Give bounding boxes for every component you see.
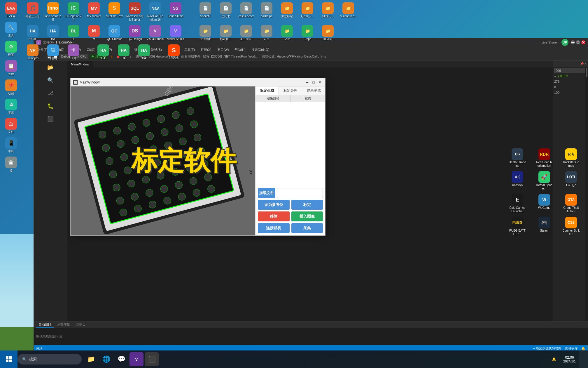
desktop-icon-epic[interactable]: E Epic Games Launcher: [508, 193, 527, 214]
tab-calibration-generate[interactable]: 标定生成: [256, 86, 279, 95]
panel-buttons: 加载文件 设为参考位 标定 移除: [256, 186, 325, 235]
desktop-icon-qism[interactable]: 📁 Qism_V...: [298, 1, 317, 23]
desktop-icon-death-stranding[interactable]: DS Death Stranding: [508, 147, 527, 169]
desktop-icon-sidebar3[interactable]: ⚙ 设置: [1, 40, 21, 58]
desktop-icon-sidebar5[interactable]: 📌 收藏: [1, 78, 21, 96]
desktop-icon-pubg[interactable]: PUBG PUBG BATTLERI...: [508, 216, 527, 237]
taskbar-notification-icon[interactable]: 🔔: [552, 357, 556, 361]
desktop-icon-steam[interactable]: 🎮 Steam: [534, 216, 554, 237]
panel-table-body: [256, 102, 325, 186]
desktop-icon-ds[interactable]: DS QC Design: [125, 24, 145, 42]
desktop-icon-ha-xl[interactable]: HA HA XL: [23, 24, 43, 42]
desktop-icon-pill[interactable]: 📁 pill准记...: [318, 1, 338, 23]
desktop: EVA EVA界 🔧 工具 ⚙ 设置 📋 管理 📌 收藏 🖥 显示: [0, 0, 588, 368]
taskbar-vs[interactable]: V: [130, 352, 144, 366]
desktop-icon-ha-green2[interactable]: HA HA: [114, 43, 134, 61]
taskbar-edge[interactable]: 🌐: [99, 352, 113, 366]
desktop-icon-wegame[interactable]: W WeGame: [534, 193, 554, 214]
desktop-icon-yuyan[interactable]: 语 语言分: [43, 43, 63, 61]
desktop-icon-aktrie[interactable]: AK AKtrie器: [508, 170, 527, 192]
desktop-icon-calibs-descr[interactable]: 📄 calibs.descr: [236, 1, 256, 23]
status-ready: 就绪: [36, 346, 43, 351]
taskbar-wechat[interactable]: 💬: [114, 352, 128, 366]
remove-btn[interactable]: 移除: [258, 211, 290, 221]
desktop-icon-calib[interactable]: 📁 Calib: [277, 24, 297, 42]
desktop-icon-sublime2[interactable]: S crainea: [164, 43, 184, 61]
desktop-icon-eva[interactable]: EVA EVA界: [1, 1, 21, 19]
desktop-icon-inno[interactable]: Inno Inno Setup 2.5: [43, 1, 63, 23]
desktop-icon-kerbal[interactable]: 🚀 Kerbal Space...: [534, 170, 554, 192]
desktop-icon-qc[interactable]: QC QC Creator: [104, 24, 124, 42]
show-desktop-btn[interactable]: [579, 350, 588, 368]
set-reference-btn[interactable]: 设为参考位: [258, 200, 290, 210]
app-icon: 🔲: [73, 80, 78, 85]
desktop-icon-biaodijinggong[interactable]: 📁 标定精工: [216, 24, 236, 42]
desktop-icon-visionpro[interactable]: 📁 visionpro.e..: [338, 1, 358, 23]
desktop-icon-cs2[interactable]: CS2 Counter-Strike 2: [561, 216, 581, 237]
desktop-icon-sidebar2[interactable]: 🔧 工具: [1, 20, 21, 39]
desktop-icon-navicat[interactable]: Nav NaviCat Premium 16: [145, 1, 165, 23]
desktop-icon-dl[interactable]: DL DL: [64, 24, 83, 42]
clock-time: 02:06: [563, 355, 576, 360]
desktop-icon-sidebar8[interactable]: 📱 手机: [1, 136, 21, 154]
desktop-icon-rdr[interactable]: RDR Red Dead Redemption: [534, 147, 554, 169]
desktop-icon-calibs-ps[interactable]: 📄 calibs.ps: [257, 1, 276, 23]
desktop-icon-dingyi[interactable]: 📁 定义: [257, 24, 276, 42]
ide-bottom-content: 调试信息输出区域: [34, 328, 588, 345]
desktop-icon-iccapture[interactable]: IC IC Capture 2.4: [64, 1, 83, 23]
insert-image-btn[interactable]: 插入图像: [291, 211, 323, 221]
desktop-icon-visual2[interactable]: V Visual Studio: [166, 24, 186, 42]
desktop-icon-loti2[interactable]: LOTI LOTI_2: [561, 170, 581, 192]
app-close-btn[interactable]: ✕: [317, 79, 323, 85]
desktop-icon-socket[interactable]: 📄 SocketT: [195, 1, 215, 23]
desktop-icon-rockstar[interactable]: R★ Rockstar Games: [561, 147, 581, 169]
bottom-tab-watch[interactable]: 监视 1: [74, 322, 87, 327]
status-notification-icon[interactable]: 🔔: [581, 347, 585, 350]
status-add-to-vcs[interactable]: + 添加到源代码管理: [533, 346, 561, 351]
desktop-icon-cropp[interactable]: 📁 Cropp: [298, 24, 317, 42]
desktop-icon-visual1[interactable]: V Visual Studio: [145, 24, 165, 42]
desktop-icon-sidebar4[interactable]: 📋 管理: [1, 59, 21, 77]
bottom-tab-locals[interactable]: 局部变量: [55, 322, 72, 327]
desktop-icon-sqlserver[interactable]: SQL Microsoft SQL Server: [125, 1, 145, 23]
svg-rect-69: [9, 360, 12, 362]
desktop-icon-kafen[interactable]: 卡 卡片: [64, 43, 83, 61]
taskbar-file-explorer[interactable]: 📁: [84, 352, 98, 366]
desktop-icon-gta5[interactable]: GTA Grand Theft Auto V: [561, 193, 581, 214]
desktop-icon-jiafapipei[interactable]: 📁 加法提配: [195, 24, 215, 42]
desktop-icon-sidebar7[interactable]: 🗂 文件: [1, 117, 21, 135]
app-minimize-btn[interactable]: ─: [304, 79, 310, 85]
load-file-btn[interactable]: 加载文件: [258, 188, 275, 198]
calibrate-btn[interactable]: 标定: [291, 200, 323, 210]
tab-calibration-process[interactable]: 标定处理: [279, 86, 302, 95]
desktop-icon-sublime[interactable]: S Sublime Text: [104, 1, 124, 23]
connect-camera-btn[interactable]: 连接相机: [258, 223, 290, 233]
desktop-icon-jiafabiaoding[interactable]: 📁 加法标定: [277, 1, 297, 23]
start-button[interactable]: [0, 350, 18, 368]
desktop-icon-sidebar6[interactable]: 🖥 显示: [1, 98, 21, 116]
app-maximize-btn[interactable]: □: [311, 79, 316, 85]
desktop-icon-weifenqian[interactable]: 📁 微分前: [318, 24, 338, 42]
load-file-input[interactable]: [277, 188, 323, 198]
desktop-icon-fangwenshu[interactable]: 📄 访问书: [216, 1, 236, 23]
clock-date: 2024/1/1: [563, 360, 576, 363]
status-select-repo[interactable]: 选择仓库: [565, 346, 578, 351]
desktop-icon-m[interactable]: M M: [84, 24, 104, 42]
desktop-icon-visionpro2[interactable]: VP visionpro: [23, 43, 43, 61]
taskbar-search-box[interactable]: 🔍 搜索: [18, 354, 82, 364]
desktop-icon-ha-green3[interactable]: HA HA: [134, 43, 154, 61]
bottom-tab-auto[interactable]: 自动窗口: [36, 322, 54, 328]
desktop-icon-ha2[interactable]: HA HA: [43, 24, 63, 42]
taskbar-terminal[interactable]: ⬛: [145, 352, 159, 366]
desktop-icon-serialstudio[interactable]: SS SerialStudio: [166, 1, 186, 23]
desktop-icon-road[interactable]: 🛣 道: [1, 155, 21, 173]
load-file-row: 加载文件: [258, 188, 323, 198]
app-titlebar: 🔲 MainWindow ─ □ ✕: [71, 78, 325, 86]
desktop-icon-yuanchu[interactable]: 📁 圆出作管-: [236, 24, 256, 42]
tab-result-test[interactable]: 结果测试: [302, 86, 325, 95]
desktop-icon-music[interactable]: 🎵 网易云音乐: [23, 1, 43, 23]
capture-btn[interactable]: 采集: [291, 223, 323, 233]
desktop-icon-ha-green1[interactable]: HA HA: [93, 43, 113, 61]
desktop-icon-mvviewer[interactable]: MV MV Viewer: [84, 1, 104, 23]
panel-tabs: 标定生成 标定处理 结果测试: [256, 86, 325, 95]
